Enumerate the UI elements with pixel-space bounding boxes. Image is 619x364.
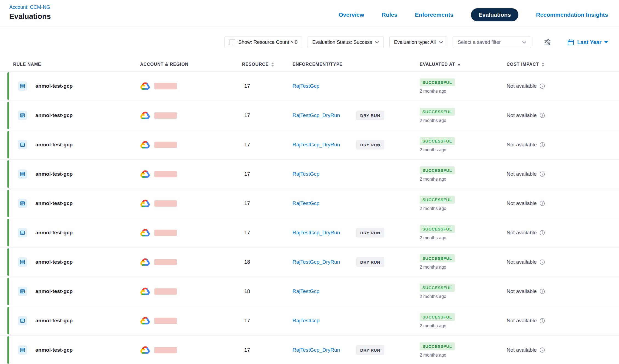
rule-name: anmol-test-gcp [35, 259, 73, 265]
resource-count-checkbox[interactable] [229, 39, 235, 45]
evaluated-at-cell: SUCCESSFUL 2 months ago [420, 254, 507, 270]
enforcement-link[interactable]: RajTestGcp [293, 200, 319, 206]
dry-run-badge: DRY RUN [356, 345, 384, 355]
col-evaluated-at[interactable]: EVALUATED AT [420, 62, 507, 67]
redacted-account-name [154, 347, 177, 353]
enforcement-link[interactable]: RajTestGcp_DryRun [293, 259, 340, 265]
rule-icon [18, 169, 27, 179]
cost-impact-cell: Not available [507, 142, 619, 148]
evaluation-status-dropdown[interactable]: Evaluation Status: Success [308, 36, 384, 48]
nav-evaluations[interactable]: Evaluations [471, 8, 519, 21]
redacted-account-name [154, 288, 177, 295]
enforcement-cell: RajTestGcp_DryRun DRY RUN [293, 101, 420, 130]
gcp-cloud-icon [140, 111, 151, 120]
nav-overview[interactable]: Overview [339, 12, 364, 18]
table-row: anmol-test-gcp 17 RajTestGcp_DryRun DRY … [0, 218, 619, 247]
table-row: anmol-test-gcp 18 RajTestGcp DRY RUN SUC… [0, 277, 619, 306]
enforcement-link[interactable]: RajTestGcp_DryRun [293, 142, 340, 148]
rule-icon [18, 316, 27, 325]
row-status-accent-bar [7, 307, 9, 334]
status-badge: SUCCESSFUL [420, 313, 455, 321]
info-icon[interactable] [540, 289, 545, 294]
rule-icon [18, 257, 27, 267]
nav-enforcements[interactable]: Enforcements [415, 12, 453, 18]
dry-run-badge: DRY RUN [356, 228, 384, 238]
enforcement-link[interactable]: RajTestGcp_DryRun [293, 112, 340, 118]
rule-name: anmol-test-gcp [35, 200, 73, 206]
resource-count: 17 [242, 347, 293, 353]
info-icon[interactable] [540, 318, 545, 323]
info-icon[interactable] [540, 230, 545, 235]
resource-count-filter[interactable]: Show: Resource Count > 0 [225, 36, 302, 48]
rule-icon [18, 199, 27, 208]
info-icon[interactable] [540, 113, 545, 118]
cost-impact-cell: Not available [507, 347, 619, 353]
rule-cell: anmol-test-gcp [0, 345, 140, 355]
resource-count: 17 [242, 112, 293, 118]
filter-settings-button[interactable] [543, 37, 552, 47]
cost-impact-value: Not available [507, 142, 537, 148]
gcp-cloud-icon [140, 346, 151, 354]
evaluated-at-cell: SUCCESSFUL 2 months ago [420, 313, 507, 328]
resource-count: 17 [242, 171, 293, 177]
evaluated-time: 2 months ago [420, 235, 507, 240]
info-icon[interactable] [540, 201, 545, 206]
calendar-icon [567, 39, 574, 46]
rule-icon [18, 228, 27, 237]
enforcement-link[interactable]: RajTestGcp_DryRun [293, 230, 340, 236]
cost-impact-value: Not available [507, 230, 537, 236]
evaluated-time: 2 months ago [420, 265, 507, 270]
redacted-account-name [154, 318, 177, 324]
nav-recommendation-insights[interactable]: Recommendation Insights [536, 12, 608, 18]
account-region-cell [140, 170, 242, 178]
evaluation-type-dropdown[interactable]: Evaluation type: All [389, 36, 447, 48]
account-region-cell [140, 287, 242, 296]
info-icon[interactable] [540, 259, 545, 265]
enforcement-cell: RajTestGcp_DryRun DRY RUN [293, 130, 420, 159]
evaluated-time: 2 months ago [420, 353, 507, 358]
account-region-cell [140, 82, 242, 90]
dry-run-badge: DRY RUN [356, 257, 384, 267]
row-status-accent-bar [7, 278, 9, 305]
info-icon[interactable] [540, 171, 545, 177]
evaluations-page: Account: CCM-NG Evaluations Overview Rul… [0, 0, 619, 364]
info-icon[interactable] [540, 347, 545, 353]
enforcement-link[interactable]: RajTestGcp_DryRun [293, 347, 340, 353]
account-region-cell [140, 346, 242, 354]
row-status-accent-bar [7, 160, 9, 188]
nav-rules[interactable]: Rules [382, 12, 397, 18]
row-status-accent-bar [7, 336, 9, 364]
info-icon[interactable] [540, 83, 545, 89]
enforcement-link[interactable]: RajTestGcp [293, 288, 319, 294]
status-badge: SUCCESSFUL [420, 254, 455, 262]
redacted-account-name [154, 142, 177, 148]
evaluated-time: 2 months ago [420, 118, 507, 123]
status-badge: SUCCESSFUL [420, 342, 455, 350]
cost-impact-cell: Not available [507, 112, 619, 118]
enforcement-link[interactable]: RajTestGcp [293, 171, 319, 177]
enforcement-cell: RajTestGcp DRY RUN [293, 277, 420, 306]
cost-impact-cell: Not available [507, 230, 619, 236]
gcp-cloud-icon [140, 170, 151, 178]
chevron-down-icon [375, 41, 379, 44]
evaluated-at-cell: SUCCESSFUL 2 months ago [420, 342, 507, 358]
col-resource[interactable]: RESOURCE [242, 62, 293, 67]
cost-impact-value: Not available [507, 112, 537, 118]
dry-run-badge: DRY RUN [356, 111, 384, 120]
col-cost-impact[interactable]: COST IMPACT [507, 62, 619, 67]
rule-cell: anmol-test-gcp [0, 199, 140, 208]
table-row: anmol-test-gcp 17 RajTestGcp DRY RUN SUC… [0, 71, 619, 101]
rule-icon [18, 111, 27, 120]
enforcement-link[interactable]: RajTestGcp [293, 318, 319, 324]
resource-count: 17 [242, 318, 293, 324]
date-range-dropdown[interactable]: Last Year [567, 39, 608, 46]
rule-cell: anmol-test-gcp [0, 111, 140, 120]
account-breadcrumb[interactable]: Account: CCM-NG [9, 4, 50, 10]
saved-filter-dropdown[interactable]: Select a saved filter [453, 36, 531, 48]
info-icon[interactable] [540, 142, 545, 147]
rule-name: anmol-test-gcp [35, 112, 73, 118]
evaluated-time: 2 months ago [420, 177, 507, 182]
enforcement-link[interactable]: RajTestGcp [293, 83, 319, 89]
rule-name: anmol-test-gcp [35, 347, 73, 353]
account-region-cell [140, 258, 242, 266]
